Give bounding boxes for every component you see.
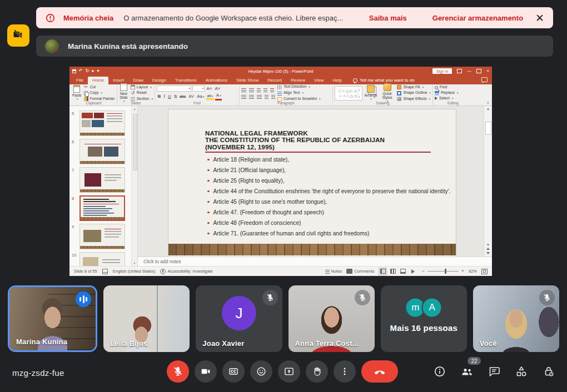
slideshow-view-button[interactable] (409, 268, 417, 275)
increase-indent-button[interactable] (263, 88, 267, 92)
tab-file[interactable]: File (72, 77, 88, 84)
slide-scrollbar[interactable]: ▲ ▼ (484, 106, 492, 257)
participants-button[interactable]: 22 (460, 364, 474, 379)
cut-button[interactable]: Cut (84, 85, 115, 89)
slide-thumbnail-selected[interactable] (79, 195, 125, 221)
tab-home[interactable]: Home (88, 77, 108, 84)
tab-draw[interactable]: Draw (128, 77, 148, 84)
slide-thumbnail[interactable] (79, 139, 125, 164)
leave-call-button[interactable] (361, 360, 398, 383)
close-icon[interactable]: ✕ (535, 13, 544, 23)
slide-sorter-view-button[interactable] (389, 268, 397, 275)
bold-button[interactable]: B (157, 94, 162, 99)
justify-button[interactable] (265, 94, 268, 99)
highlight-color-button[interactable]: ab (206, 93, 214, 100)
collapse-ribbon-icon[interactable]: ∧ (487, 100, 489, 104)
raise-hand-button[interactable] (306, 360, 328, 383)
scrollbar-thumb[interactable] (485, 122, 491, 135)
activities-button[interactable] (514, 364, 529, 379)
notes-toggle[interactable]: Notes (325, 269, 342, 274)
redo-icon[interactable]: ↻ (86, 69, 89, 73)
shapes-gallery-scrollbar[interactable]: ▴▾ (358, 87, 362, 100)
overflow-tile-more-people[interactable]: m A Mais 16 pessoas (381, 285, 467, 352)
scrollbar-track[interactable] (484, 110, 492, 243)
learn-more-link[interactable]: Saiba mais (369, 14, 407, 22)
accessibility-status[interactable]: Accessibility: Investigate (160, 269, 212, 274)
undo-icon[interactable]: ↶ (79, 69, 83, 73)
host-controls-button[interactable] (541, 364, 556, 379)
more-options-button[interactable] (334, 360, 356, 383)
grow-font-button[interactable]: A˄ (206, 86, 213, 92)
participant-tile-self[interactable]: Você (473, 285, 559, 352)
line-spacing-button[interactable] (270, 88, 274, 92)
sign-in-button[interactable]: Sign in (432, 68, 452, 74)
bullets-button[interactable] (241, 88, 246, 92)
zoom-slider-thumb[interactable] (445, 269, 446, 274)
participant-tile-joao[interactable]: J Joao Xavier (196, 285, 282, 352)
captions-button[interactable] (222, 360, 245, 383)
tab-help[interactable]: Help (329, 77, 346, 84)
participant-tile-leila[interactable]: Leila Bijos (103, 285, 190, 352)
minimize-button[interactable]: — (467, 69, 471, 73)
previous-slide-button[interactable] (486, 248, 490, 250)
slide-canvas[interactable]: NATIONAL LEGAL FRAMEWORK THE CONSTITUTIO… (168, 109, 456, 257)
shapes-gallery[interactable]: □○△▷◇ ☆○□△◇ ▴▾ (335, 86, 362, 100)
comments-toggle[interactable]: Comments (346, 269, 374, 274)
tab-view[interactable]: View (310, 77, 328, 84)
normal-view-button[interactable] (379, 268, 387, 275)
italic-button[interactable]: I (163, 94, 166, 99)
spell-check-icon[interactable] (102, 269, 108, 274)
slide-thumbnail[interactable] (79, 252, 125, 266)
shrink-font-button[interactable]: A˅ (214, 86, 221, 92)
select-button[interactable]: Select (435, 97, 458, 100)
change-case-button[interactable]: Aa (196, 94, 205, 99)
start-slideshow-icon[interactable]: ▸ (92, 69, 94, 73)
align-center-button[interactable] (249, 94, 254, 99)
meeting-details-button[interactable] (432, 364, 447, 379)
zoom-out-button[interactable]: − (421, 269, 424, 274)
find-button[interactable]: Find (435, 86, 458, 89)
reactions-button[interactable] (250, 360, 272, 383)
copy-button[interactable]: Copy (84, 91, 115, 96)
manage-storage-link[interactable]: Gerenciar armazenamento (432, 14, 523, 22)
chat-button[interactable] (487, 364, 501, 379)
layout-button[interactable]: Layout (131, 85, 153, 89)
zoom-slider[interactable] (427, 271, 459, 272)
reset-button[interactable]: Reset (131, 91, 153, 96)
language-status[interactable]: English (United States) (113, 269, 156, 274)
powerpoint-window[interactable]: ↶ ↻ ▸ ▾ Heydar Aliyev-100 (5) - PowerPoi… (69, 67, 492, 276)
columns-button[interactable] (271, 94, 275, 99)
present-screen-button[interactable] (278, 360, 300, 383)
comments-bubble-icon[interactable] (481, 77, 488, 82)
font-color-button[interactable]: A (215, 93, 222, 100)
font-name-input[interactable] (157, 86, 191, 92)
tab-slide-show[interactable]: Slide Show (232, 77, 263, 84)
scroll-up-icon[interactable]: ▲ (133, 107, 136, 110)
fit-to-window-icon[interactable] (481, 269, 488, 274)
tab-design[interactable]: Design (148, 77, 171, 84)
underline-button[interactable]: U (167, 94, 172, 99)
align-right-button[interactable] (257, 94, 262, 99)
slide-thumbnail[interactable] (79, 224, 125, 249)
participant-tile-marina[interactable]: Marina Kunina (8, 285, 97, 352)
scroll-down-icon[interactable]: ▼ (486, 243, 490, 247)
slide-editing-area[interactable]: NATIONAL LEGAL FRAMEWORK THE CONSTITUTIO… (138, 106, 492, 257)
numbering-button[interactable] (249, 88, 254, 92)
restore-button[interactable] (476, 69, 481, 73)
zoom-in-button[interactable]: + (461, 269, 464, 274)
thumbnail-scrollbar[interactable]: ▲ ▼ (131, 106, 137, 266)
replace-button[interactable]: Replace (435, 91, 458, 96)
align-left-button[interactable] (241, 94, 246, 99)
tab-transitions[interactable]: Transitions (171, 77, 201, 84)
tab-animations[interactable]: Animations (201, 77, 232, 84)
scrollbar-thumb[interactable] (133, 114, 137, 170)
qat-caret-icon[interactable]: ▾ (97, 69, 99, 73)
scroll-down-icon[interactable]: ▼ (133, 262, 136, 265)
character-spacing-button[interactable]: AV (188, 94, 195, 99)
reading-view-button[interactable] (399, 268, 407, 275)
text-shadow-button[interactable]: S (173, 94, 177, 99)
font-size-input[interactable] (192, 86, 205, 92)
strikethrough-button[interactable]: abc (179, 94, 187, 99)
arrange-button[interactable]: Arrange (365, 85, 377, 101)
participant-tile-anna[interactable]: Anna Terra Cost... (289, 285, 375, 352)
